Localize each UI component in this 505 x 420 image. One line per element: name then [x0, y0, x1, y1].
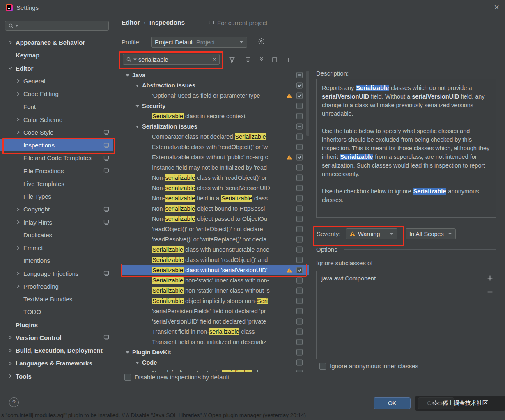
inspection-checkbox[interactable]	[296, 287, 303, 294]
add-icon[interactable]	[285, 56, 292, 63]
sidebar-item-inlay-hints[interactable]: Inlay Hints	[0, 216, 113, 229]
inspection-checkbox[interactable]	[296, 349, 303, 355]
inspection-row-non-serializable-class-with-readobject-or[interactable]: Non-serializable class with 'readObject(…	[122, 172, 309, 183]
inspection-checkbox[interactable]	[296, 103, 303, 109]
inspection-row-code[interactable]: Code	[122, 357, 309, 367]
inspection-checkbox[interactable]	[296, 72, 303, 78]
inspection-checkbox[interactable]	[296, 164, 303, 170]
inspection-row-non-serializable-object-passed-to-objectou[interactable]: Non-serializable object passed to Object…	[122, 213, 309, 224]
inspection-checkbox[interactable]	[296, 174, 303, 181]
sidebar-item-intentions[interactable]: Intentions	[0, 254, 113, 267]
inspection-row-non-serializable-object-bound-to-httpsessi[interactable]: Non-serializable object bound to HttpSes…	[122, 203, 309, 213]
inspection-row-externalizable-class-without-public-no-arg-c[interactable]: Externalizable class without 'public' no…	[122, 152, 309, 162]
clear-search-icon[interactable]: ×	[213, 56, 216, 63]
sidebar-item-version-control[interactable]: Version Control	[0, 331, 113, 344]
disable-new-inspections-checkbox[interactable]	[124, 374, 131, 381]
inspection-checkbox[interactable]	[296, 216, 303, 222]
reset-icon[interactable]	[271, 56, 278, 63]
inspection-checkbox[interactable]	[296, 195, 303, 201]
subclass-list-item[interactable]: java.awt.Component	[317, 271, 496, 282]
chevron-right-icon[interactable]	[16, 78, 21, 83]
chevron-right-icon[interactable]	[8, 335, 13, 340]
sidebar-item-appearance-behavior[interactable]: Appearance & Behavior	[0, 36, 113, 49]
expand-all-icon[interactable]	[258, 56, 265, 63]
inspection-checkbox[interactable]	[296, 339, 303, 345]
chevron-right-icon[interactable]	[8, 374, 13, 379]
chevron-right-icon[interactable]	[16, 246, 21, 250]
inspection-row-serialversionuid-field-not-declared-private[interactable]: 'serialVersionUID' field not declared 'p…	[122, 316, 309, 326]
inspection-row-security[interactable]: Security	[122, 101, 309, 111]
sidebar-item-file-encodings[interactable]: File Encodings	[0, 165, 113, 177]
chevron-down-icon[interactable]	[135, 360, 140, 365]
chevron-right-icon[interactable]	[16, 130, 21, 135]
chevron-right-icon[interactable]	[16, 284, 21, 289]
inspection-checkbox[interactable]	[296, 185, 303, 191]
sidebar-item-file-and-code-templates[interactable]: File and Code Templates	[0, 151, 113, 164]
scope-select[interactable]: In All Scopes	[406, 228, 456, 239]
sidebar-item-live-templates[interactable]: Live Templates	[0, 177, 113, 190]
inspection-checkbox[interactable]	[296, 92, 303, 99]
inspection-checkbox[interactable]	[296, 308, 303, 314]
sidebar-item-emmet[interactable]: Emmet	[0, 241, 113, 254]
sidebar-item-general[interactable]: General	[0, 75, 113, 87]
inspection-checkbox[interactable]	[296, 246, 303, 252]
tree-scrollbar[interactable]	[306, 71, 309, 371]
sidebar-item-todo[interactable]: TODO	[0, 305, 113, 318]
inspection-checkbox[interactable]	[296, 236, 303, 242]
inspection-checkbox[interactable]	[296, 318, 303, 324]
inspection-checkbox[interactable]	[296, 298, 303, 304]
inspection-row-java[interactable]: Java	[122, 70, 309, 80]
filter-icon[interactable]	[228, 56, 235, 63]
sidebar-item-file-types[interactable]: File Types	[0, 190, 113, 203]
inspection-row-instance-field-may-not-be-initialized-by-read[interactable]: Instance field may not be initialized by…	[122, 162, 309, 172]
inspection-checkbox[interactable]	[296, 205, 303, 211]
inspection-row-serializable-class-with-unconstructable-ance[interactable]: Serializable class with unconstructable …	[122, 244, 309, 255]
chevron-right-icon[interactable]	[16, 207, 21, 212]
chevron-down-icon[interactable]	[135, 103, 140, 108]
inspection-checkbox[interactable]	[296, 257, 303, 263]
chevron-down-icon[interactable]	[125, 73, 130, 77]
inspection-row-serializable-class-without-serialversionuid[interactable]: Serializable class without 'serialVersio…	[122, 265, 309, 275]
chevron-right-icon[interactable]	[8, 348, 13, 353]
sidebar-item-language-injections[interactable]: Language Injections	[0, 267, 113, 280]
sidebar-item-duplicates[interactable]: Duplicates	[0, 229, 113, 241]
inspection-row-plugin-devkit[interactable]: Plugin DevKit	[122, 347, 309, 357]
inspection-row-non-serializable-field-in-a-serializable-class[interactable]: Non-serializable field in a Serializable…	[122, 193, 309, 203]
sidebar-item-textmate-bundles[interactable]: TextMate Bundles	[0, 293, 113, 305]
inspection-row-serializable-object-implicitly-stores-non-seri[interactable]: Serializable object implicitly stores no…	[122, 296, 309, 306]
inspection-row-non-default-constructor-in-serializable-clas[interactable]: Non-default constructor in serializable …	[122, 367, 309, 372]
collapse-all-icon[interactable]	[244, 56, 251, 63]
chevron-right-icon[interactable]	[16, 271, 21, 276]
sidebar-search-input[interactable]	[5, 21, 109, 31]
help-button[interactable]: ?	[9, 397, 19, 407]
inspection-checkbox[interactable]	[296, 226, 303, 232]
inspection-row-abstraction-issues[interactable]: Abstraction issues	[122, 80, 309, 90]
inspection-row-serialpersistentfields-field-not-declared-pr[interactable]: 'serialPersistentFields' field not decla…	[122, 306, 309, 316]
sidebar-item-tools[interactable]: Tools	[0, 370, 113, 383]
inspection-checkbox[interactable]	[296, 82, 303, 88]
chevron-right-icon[interactable]	[8, 40, 13, 45]
inspection-row-serializable-non-static-inner-class-with-non[interactable]: Serializable non-'static' inner class wi…	[122, 275, 309, 285]
breadcrumb-section[interactable]: Editor	[122, 19, 140, 26]
chevron-down-icon[interactable]	[135, 124, 140, 129]
remove-class-icon[interactable]	[486, 288, 494, 296]
inspection-checkbox[interactable]	[296, 123, 303, 129]
inspection-checkbox[interactable]	[296, 277, 303, 283]
profile-select[interactable]: Project Default Project	[151, 37, 247, 48]
sidebar-item-build-execution-deployment[interactable]: Build, Execution, Deployment	[0, 344, 113, 357]
inspection-row-externalizable-class-with-readobject-or-w[interactable]: Externalizable class with 'readObject()'…	[122, 142, 309, 152]
severity-select[interactable]: Warning	[346, 228, 397, 239]
inspection-row-optional-used-as-field-or-parameter-type[interactable]: 'Optional' used as field or parameter ty…	[122, 90, 309, 101]
inspection-row-serialization-issues[interactable]: Serialization issues	[122, 121, 309, 131]
inspection-checkbox[interactable]	[296, 113, 303, 119]
ok-button[interactable]: OK	[374, 397, 411, 409]
sidebar-item-keymap[interactable]: Keymap	[0, 49, 113, 62]
inspection-checkbox[interactable]	[296, 328, 303, 335]
chevron-right-icon[interactable]	[16, 92, 21, 96]
sidebar-item-plugins[interactable]: Plugins	[0, 319, 113, 331]
chevron-down-icon[interactable]	[8, 66, 13, 71]
inspection-checkbox[interactable]	[296, 359, 303, 365]
inspection-row-non-serializable-class-with-serialversionuid[interactable]: Non-serializable class with 'serialVersi…	[122, 183, 309, 193]
inspection-checkbox[interactable]	[296, 267, 303, 273]
sidebar-item-copyright[interactable]: Copyright	[0, 203, 113, 216]
